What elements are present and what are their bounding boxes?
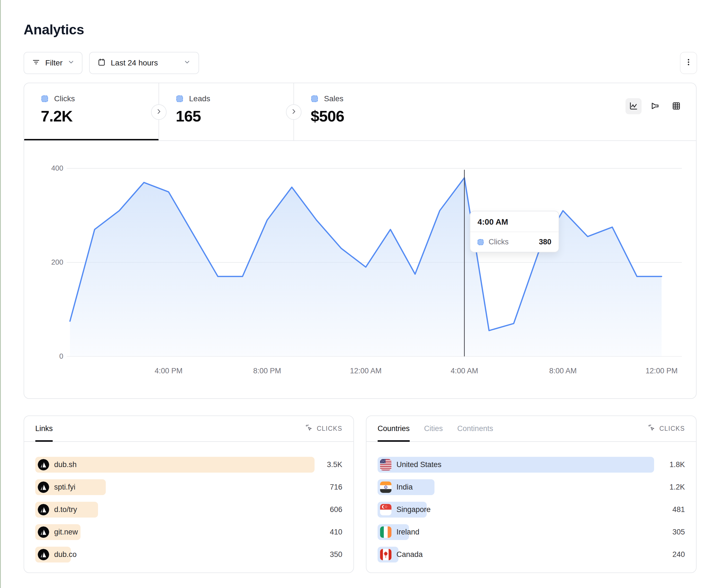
list-item-india[interactable]: India1.2K [378,479,685,495]
row-label: Ireland [396,524,419,540]
sales-legend-swatch [311,95,318,102]
dub-logo-icon [38,459,49,470]
page-title: Analytics [24,22,84,38]
leads-legend-swatch [176,95,183,102]
clicks-legend-swatch [477,239,483,245]
divider [24,140,696,141]
metric-header-label: CLICKS [659,425,685,432]
row-label: spti.fyi [54,479,76,495]
row-label: Singapore [396,502,431,518]
analytics-card: Clicks 7.2K Leads 165 Sales $506 [24,83,696,399]
row-value: 716 [330,479,342,495]
list-item-d-to-try[interactable]: d.to/try606 [35,502,342,518]
countries-panel: CountriesCitiesContinents CLICKS United … [366,415,696,573]
funnel-view-button[interactable] [647,98,663,114]
list-item-spti-fyi[interactable]: spti.fyi716 [35,479,342,495]
us-flag-icon [380,459,391,470]
row-label: United States [396,457,441,473]
tab-continents[interactable]: Continents [457,416,493,441]
chevron-right-icon [155,108,163,116]
tooltip-time: 4:00 AM [470,211,559,232]
line-chart-view-button[interactable] [625,98,642,114]
tab-countries[interactable]: Countries [378,416,410,441]
expand-leads-button[interactable] [151,104,167,120]
chevron-down-icon [67,59,75,68]
kebab-menu-icon [684,58,693,68]
table-view-button[interactable] [668,98,684,114]
links-panel: Links CLICKS dub.sh3.5Kspti.fyi716d.to/t… [24,415,354,573]
links-sort-by-clicks[interactable]: CLICKS [305,416,342,441]
funnel-chart-icon [650,101,660,112]
y-axis-tick: 400 [30,164,63,173]
row-label: India [396,479,413,495]
row-value: 606 [330,502,342,518]
filter-button[interactable]: Filter [24,52,83,74]
countries-sort-by-clicks[interactable]: CLICKS [648,416,685,441]
list-item-dub-co[interactable]: dub.co350 [35,547,342,563]
x-axis-tick: 8:00 AM [533,367,594,375]
dub-logo-icon [38,481,49,493]
stat-label: Clicks [54,94,75,103]
list-item-dub-sh[interactable]: dub.sh3.5K [35,457,342,473]
row-value: 305 [672,524,685,540]
x-axis-tick: 4:00 PM [138,367,199,375]
analytics-page: Analytics Filter Last 24 hours Clicks 7.… [0,0,711,588]
sg-flag-icon [380,504,391,515]
dub-logo-icon [38,504,49,515]
links-tabs: Links [35,416,53,441]
row-value: 3.5K [327,457,342,473]
tab-cities[interactable]: Cities [424,416,443,441]
more-options-button[interactable] [680,52,697,74]
ca-flag-icon [380,549,391,560]
cursor-click-icon [305,424,313,433]
date-range-button[interactable]: Last 24 hours [89,52,199,74]
row-label: Canada [396,547,423,563]
dub-logo-icon [38,549,49,560]
row-label: dub.co [54,547,77,563]
stat-card-leads[interactable]: Leads 165 [159,83,294,140]
chevron-right-icon [290,108,298,116]
dub-logo-icon [38,526,49,538]
cursor-click-icon [648,424,655,433]
line-chart-icon [629,101,638,112]
stat-value: $506 [311,107,344,125]
row-label: dub.sh [54,457,77,473]
list-item-singapore[interactable]: Singapore481 [378,502,685,518]
x-axis-tick: 4:00 AM [434,367,495,375]
tooltip-value: 380 [539,238,552,246]
list-item-ireland[interactable]: Ireland305 [378,524,685,540]
filter-lines-icon [32,58,40,68]
row-label: d.to/try [54,502,77,518]
row-label: git.new [54,524,78,540]
chart-tooltip: 4:00 AM Clicks 380 [470,211,559,252]
row-value: 410 [330,524,342,540]
x-axis-tick: 12:00 PM [631,367,692,375]
countries-tabs: CountriesCitiesContinents [378,416,493,441]
list-item-united-states[interactable]: United States1.8K [378,457,685,473]
row-value: 481 [672,502,685,518]
row-value: 1.2K [669,479,685,495]
expand-sales-button[interactable] [286,104,302,120]
y-axis-tick: 200 [30,258,63,267]
list-item-canada[interactable]: Canada240 [378,547,685,563]
stat-card-clicks[interactable]: Clicks 7.2K [24,83,158,140]
ie-flag-icon [380,526,391,538]
metric-header-label: CLICKS [317,425,342,432]
stat-label: Leads [189,94,210,103]
row-value: 350 [330,547,342,563]
row-value: 1.8K [669,457,685,473]
calendar-icon [98,58,106,68]
x-axis-tick: 12:00 AM [336,367,396,375]
y-axis-tick: 0 [30,352,63,361]
tab-links[interactable]: Links [35,416,53,441]
stat-value: 165 [176,107,201,125]
value-bar [35,457,315,473]
list-item-git-new[interactable]: git.new410 [35,524,342,540]
row-value: 240 [672,547,685,563]
stat-label: Sales [324,94,343,103]
table-icon [672,101,681,112]
stat-card-sales[interactable]: Sales $506 [294,83,428,140]
window-edge-accent [0,0,1,588]
clicks-legend-swatch [41,95,48,102]
stat-value: 7.2K [41,107,72,125]
